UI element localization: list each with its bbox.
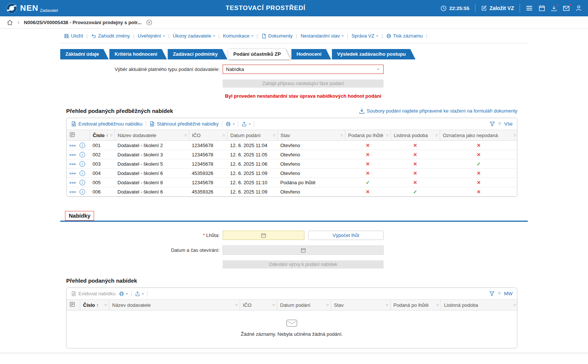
table-row[interactable]: oooi006Dodavatel - školení 64535932612. … [67, 187, 517, 196]
toolbar-komunikace[interactable]: Komunikace▿ [223, 33, 253, 39]
info-icon[interactable]: i [80, 189, 85, 195]
downloads-button[interactable] [551, 5, 557, 12]
filter-button[interactable] [490, 121, 495, 127]
filter-caret-icon[interactable]: ▽ [514, 303, 516, 307]
table-row[interactable]: oooi004Dodavatel - školení 64535932612. … [67, 169, 517, 178]
download-preliminary-offers-button[interactable]: Stáhnout předběžné nabídky [149, 121, 219, 127]
column-header-nazev-dodavatele[interactable]: Název dodavatele▽ [114, 130, 189, 141]
table-cell: Dodavatel - školení 3 [114, 150, 189, 159]
table-row[interactable]: oooi002Dodavatel - školení 31234567812. … [67, 150, 517, 159]
filter-caret-icon[interactable]: ▽ [104, 303, 107, 307]
column-header-podana-po-lhute[interactable]: Podaná po lhůtě▽ [390, 300, 441, 311]
filter-caret-icon[interactable]: ▽ [386, 134, 388, 137]
filter-caret-icon[interactable]: ▽ [340, 134, 343, 137]
messages-button[interactable] [563, 5, 570, 12]
row-menu-icon[interactable]: ooo [70, 181, 76, 184]
create-vz-button[interactable]: Založit VZ [481, 5, 514, 11]
row-menu-icon[interactable]: ooo [70, 162, 76, 166]
info-icon[interactable]: i [80, 170, 85, 176]
column-header-datum-podani[interactable]: Datum podání▽ [277, 300, 331, 311]
column-chooser-button[interactable] [67, 300, 80, 311]
toolbar-tisk-zaznamu[interactable]: Tisk záznamu [386, 33, 423, 39]
toolbar-divider [254, 121, 254, 127]
profile-button[interactable] [575, 5, 582, 12]
row-menu-icon[interactable]: ooo [70, 190, 76, 194]
tab-kriteria-hodnoceni[interactable]: Kritéria hodnocení [109, 49, 168, 59]
print-button[interactable]: ▿ [226, 121, 235, 127]
nen-logo[interactable]: NEN Zadavatel [6, 3, 91, 14]
table-row[interactable]: oooi005Dodavatel - školení 81234567812. … [67, 178, 517, 187]
filter-caret-icon[interactable]: ▽ [514, 134, 516, 137]
export-button[interactable]: ▿ [135, 291, 144, 296]
row-menu-icon[interactable]: ooo [70, 153, 76, 156]
view-selector-caret[interactable]: ▽ [498, 122, 501, 126]
column-header-listinna-podoba[interactable]: Listinná podoba▽ [441, 300, 517, 311]
calc-deadlines-button[interactable]: Výpočet lhůt [308, 231, 384, 240]
calendar-icon[interactable] [261, 233, 266, 238]
toolbar-ulozit[interactable]: Uložit [64, 33, 83, 39]
column-header-listinna-podoba[interactable]: Listinná podoba▽ [391, 130, 440, 141]
tab-zadavaci-podminky[interactable]: Zadávací podmínky [168, 49, 228, 59]
tab-podani-ucastniku-zp[interactable]: Podání účastníků ZP [228, 49, 291, 59]
column-header-ico[interactable]: IČO▽ [240, 300, 277, 311]
filter-caret-icon[interactable]: ▽ [272, 303, 275, 307]
export-button[interactable]: ▿ [242, 121, 251, 127]
column-header-ico[interactable]: IČO▽ [189, 130, 227, 141]
toolbar-zahodit-zmeny[interactable]: Zahodit změny [91, 33, 130, 39]
column-header-podana-po-lhute[interactable]: Podaná po lhůtě▽ [345, 130, 391, 141]
column-header-cislo[interactable]: Číslo ↑▽ [80, 300, 109, 311]
filter-caret-icon[interactable]: ▽ [110, 134, 112, 137]
register-preliminary-offer-button[interactable]: Evidovat předběžnou nabídku [71, 121, 142, 127]
toolbar-uverejneni[interactable]: Uveřejnění▿ [138, 33, 165, 39]
check-icon: ✓ [413, 189, 417, 195]
view-selector[interactable]: MW [504, 291, 513, 296]
deadline-input[interactable] [223, 231, 304, 240]
column-header-nazev-dodavatele[interactable]: Název dodavatele▽ [109, 300, 240, 311]
table-cell-flag: ✓ [345, 178, 391, 187]
info-icon[interactable]: i [80, 152, 85, 157]
info-icon[interactable]: i [80, 161, 85, 167]
tab-hodnoceni[interactable]: Hodnocení [291, 49, 332, 59]
column-header-stav[interactable]: Stav▽ [331, 300, 390, 311]
filter-caret-icon[interactable]: ▽ [223, 134, 225, 137]
tab-vysledek-zadavaciho-postupu[interactable]: Výsledek zadávacího postupu [332, 49, 416, 59]
header-separator [475, 4, 475, 12]
row-menu-icon[interactable]: ooo [70, 144, 76, 147]
toolbar-dokumenty[interactable]: Dokumenty [261, 33, 293, 39]
filter-button[interactable] [489, 291, 495, 296]
table-row[interactable]: oooi001Dodavatel - školení 21234567812. … [67, 141, 517, 150]
home-button[interactable] [7, 19, 13, 26]
column-header-oznacena-jako-nepodana[interactable]: Označena jako nepodaná▽ [440, 130, 517, 141]
print-button[interactable]: ▿ [119, 291, 128, 296]
column-header-cislo[interactable]: Číslo ↑▽ [90, 130, 114, 141]
filter-caret-icon[interactable]: ▽ [184, 134, 187, 137]
toolbar-sprava-vz[interactable]: Správa VZ▿ [352, 33, 378, 39]
column-header-stav[interactable]: Stav▽ [277, 130, 345, 141]
close-record-button[interactable] [146, 19, 152, 26]
filter-caret-icon[interactable]: ▽ [435, 134, 437, 137]
column-header-datum-podani[interactable]: Datum podání▽ [227, 130, 277, 141]
view-selector[interactable]: Vše [504, 121, 513, 127]
breadcrumb-record[interactable]: N006/25/V00005438 - Provozování prodejny… [24, 20, 141, 25]
preliminary-offers-title: Přehled podaných předběžných nabídek [66, 108, 173, 114]
cross-icon: ✕ [366, 143, 370, 148]
submission-files-link[interactable]: Soubory podání najdete připravené ke sta… [359, 108, 517, 114]
filter-caret-icon[interactable]: ▽ [386, 303, 388, 307]
info-icon[interactable]: i [80, 180, 85, 185]
filter-caret-icon[interactable]: ▽ [436, 303, 439, 307]
view-selector-caret[interactable]: ▽ [498, 292, 501, 295]
tab-zakladni-udaje[interactable]: Základní údaje [60, 49, 109, 59]
row-menu-icon[interactable]: ooo [70, 172, 76, 175]
submission-type-select[interactable]: Nabídka ⌄ [223, 65, 384, 74]
chevron-down-icon: ▿ [126, 292, 128, 296]
filter-caret-icon[interactable]: ▽ [235, 303, 238, 307]
table-row[interactable]: oooi003Dodavatel - školení 51234567812. … [67, 159, 517, 169]
info-icon[interactable]: i [80, 143, 85, 148]
calendar-button[interactable] [539, 5, 545, 12]
toolbar-ukony-zadavatele[interactable]: Úkony zadavatele▿ [173, 33, 215, 39]
filter-caret-icon[interactable]: ▽ [273, 134, 275, 137]
menu-button[interactable] [526, 4, 533, 12]
toolbar-nestandardni-stav[interactable]: Nestandardní stav▿ [301, 33, 344, 39]
filter-caret-icon[interactable]: ▽ [326, 303, 329, 307]
column-chooser-button[interactable] [67, 130, 90, 141]
